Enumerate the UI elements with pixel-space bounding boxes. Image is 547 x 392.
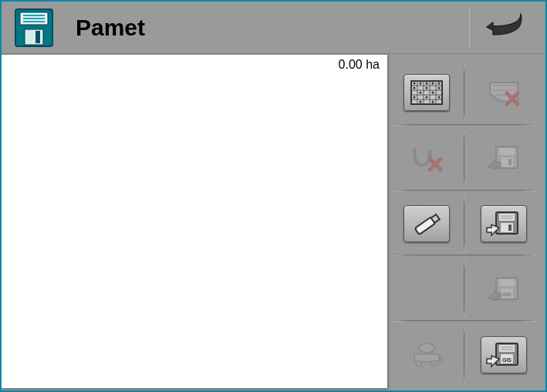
- header-bar: Pamet: [2, 2, 545, 54]
- svg-point-39: [419, 343, 434, 353]
- svg-rect-36: [499, 279, 515, 286]
- field-delete-button: [465, 60, 542, 126]
- svg-rect-24: [499, 148, 515, 155]
- save-export-icon: [485, 209, 522, 238]
- svg-point-20: [438, 96, 441, 99]
- svg-point-9: [420, 83, 422, 85]
- save-export-button[interactable]: [465, 191, 542, 257]
- svg-point-21: [420, 101, 422, 103]
- field-delete-icon: [485, 78, 522, 107]
- svg-point-10: [426, 83, 428, 85]
- svg-point-14: [426, 87, 428, 90]
- track-delete-button: [388, 126, 465, 191]
- usb-button[interactable]: [388, 191, 465, 257]
- svg-rect-30: [499, 214, 515, 221]
- svg-point-11: [432, 83, 434, 85]
- svg-point-22: [432, 101, 434, 103]
- svg-rect-26: [508, 159, 512, 165]
- area-value: 0.00 ha: [339, 58, 380, 71]
- svg-rect-34: [508, 225, 512, 231]
- svg-point-19: [426, 96, 428, 99]
- svg-point-13: [414, 87, 416, 90]
- content-area: 0.00 ha: [2, 55, 387, 388]
- save-import-icon: [485, 144, 522, 173]
- svg-rect-5: [25, 29, 43, 45]
- field-pattern-icon: [408, 78, 445, 107]
- usb-stick-icon: [408, 209, 445, 238]
- sidebar: GIS: [388, 60, 542, 387]
- svg-point-15: [438, 87, 441, 90]
- gis-import-button: GIS: [465, 256, 542, 322]
- svg-point-16: [420, 92, 422, 94]
- svg-point-8: [414, 83, 416, 85]
- spreader-machine-icon: [408, 340, 445, 370]
- svg-point-41: [416, 360, 422, 367]
- save-import-button: [465, 126, 542, 191]
- back-arrow-icon: [482, 12, 528, 42]
- svg-point-17: [432, 92, 434, 94]
- track-delete-icon: [408, 144, 445, 173]
- svg-rect-44: [499, 345, 515, 352]
- svg-point-42: [431, 360, 437, 367]
- machine-button: [388, 322, 465, 387]
- svg-text:GIS: GIS: [502, 292, 512, 297]
- svg-point-18: [414, 96, 416, 99]
- svg-point-12: [438, 83, 441, 85]
- empty-slot: [388, 256, 465, 322]
- gis-import-icon: GIS: [485, 275, 522, 304]
- save-floppy-icon: [14, 8, 54, 48]
- back-button[interactable]: [473, 5, 538, 49]
- svg-rect-6: [35, 31, 40, 43]
- svg-text:GIS: GIS: [502, 357, 512, 363]
- page-title: Pamet: [76, 15, 145, 41]
- gis-export-icon: GIS: [485, 340, 522, 370]
- field-pattern-button[interactable]: [388, 60, 465, 126]
- gis-export-button[interactable]: GIS: [465, 322, 542, 387]
- header-divider: [469, 8, 470, 48]
